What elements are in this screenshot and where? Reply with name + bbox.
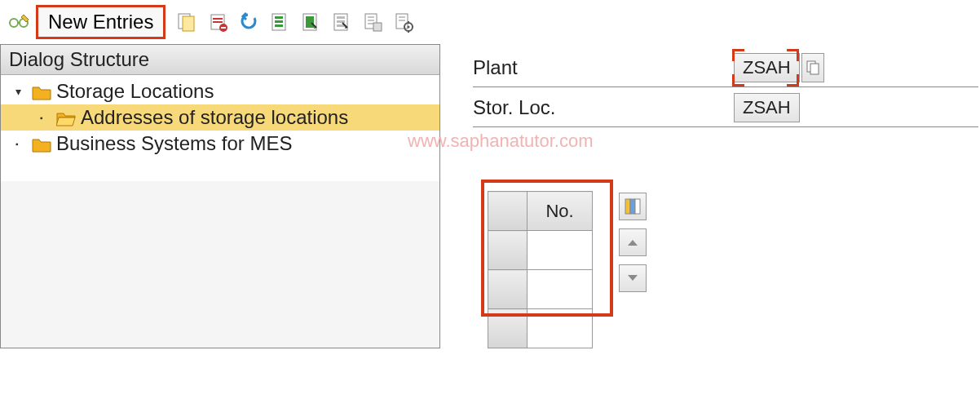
storloc-label: Stor. Loc. xyxy=(473,96,734,119)
tree-node-label: Business Systems for MES xyxy=(56,132,292,155)
delete-icon[interactable] xyxy=(205,9,231,35)
svg-rect-14 xyxy=(306,16,314,28)
cell-no[interactable] xyxy=(528,270,593,309)
table-side-toolbar xyxy=(619,193,647,292)
svg-rect-6 xyxy=(213,21,223,23)
svg-rect-24 xyxy=(396,14,408,29)
tree-node-addresses[interactable]: ▪ Addresses of storage locations xyxy=(1,104,439,131)
tree-node-mes[interactable]: ▪ Business Systems for MES xyxy=(1,131,439,157)
cell-no[interactable] xyxy=(528,231,593,270)
table-row[interactable] xyxy=(488,270,593,309)
select-block-icon[interactable] xyxy=(298,9,324,35)
watermark-text: www.saphanatutor.com xyxy=(408,131,978,152)
copy-as-icon[interactable] xyxy=(174,9,200,35)
folder-icon xyxy=(32,135,51,152)
svg-rect-32 xyxy=(810,64,819,74)
storloc-row: Stor. Loc. ZSAH xyxy=(473,89,978,126)
tree-node-label: Storage Locations xyxy=(56,80,214,103)
svg-point-0 xyxy=(10,19,18,27)
svg-rect-34 xyxy=(630,199,635,214)
svg-rect-5 xyxy=(213,18,223,20)
svg-rect-17 xyxy=(337,20,345,23)
cell-no[interactable] xyxy=(528,309,593,348)
configure-columns-icon[interactable] xyxy=(619,193,647,220)
f4-help-icon[interactable] xyxy=(801,53,824,82)
folder-open-icon xyxy=(56,109,76,126)
main-area: Dialog Structure ▾ Storage Locations ▪ A… xyxy=(0,44,980,348)
svg-rect-35 xyxy=(635,199,640,214)
address-table: No. xyxy=(488,191,593,348)
table-row[interactable] xyxy=(488,309,593,348)
right-panel: Plant ZSAH Stor. Loc. ZSAH www.saphanatu… xyxy=(440,44,978,348)
expander-icon[interactable]: ▾ xyxy=(15,85,27,98)
plant-row: Plant ZSAH xyxy=(473,49,978,86)
expander-icon[interactable]: ▪ xyxy=(40,113,51,122)
svg-rect-33 xyxy=(625,199,630,214)
svg-rect-16 xyxy=(337,16,345,19)
undo-icon[interactable] xyxy=(236,9,262,35)
expander-icon[interactable]: ▪ xyxy=(15,140,27,149)
storloc-value[interactable]: ZSAH xyxy=(734,93,800,122)
scroll-up-icon[interactable] xyxy=(619,228,647,256)
dialog-structure-panel: Dialog Structure ▾ Storage Locations ▪ A… xyxy=(0,44,440,348)
new-entries-button[interactable]: New Entries xyxy=(36,5,166,39)
svg-rect-11 xyxy=(275,20,283,23)
svg-point-28 xyxy=(408,26,410,29)
svg-rect-3 xyxy=(183,16,194,31)
column-header-no[interactable]: No. xyxy=(528,192,593,231)
config-icon[interactable] xyxy=(360,9,386,35)
address-table-area: No. xyxy=(488,191,978,348)
folder-icon xyxy=(32,83,51,100)
separator xyxy=(473,86,978,87)
svg-rect-12 xyxy=(275,24,283,27)
svg-rect-8 xyxy=(221,27,226,29)
select-all-column[interactable] xyxy=(488,192,528,231)
deselect-all-icon[interactable] xyxy=(329,9,355,35)
table-row[interactable] xyxy=(488,231,593,270)
toolbar: New Entries xyxy=(0,0,980,44)
scroll-down-icon[interactable] xyxy=(619,264,647,292)
plant-value[interactable]: ZSAH xyxy=(734,53,800,82)
separator xyxy=(473,126,978,127)
print-icon[interactable] xyxy=(391,9,417,35)
svg-rect-10 xyxy=(275,16,283,19)
plant-label: Plant xyxy=(473,56,734,79)
svg-rect-23 xyxy=(373,23,382,31)
tree-node-storage-locations[interactable]: ▾ Storage Locations xyxy=(1,78,439,104)
display-change-icon[interactable] xyxy=(7,10,31,34)
tree-node-label: Addresses of storage locations xyxy=(81,106,348,129)
select-all-icon[interactable] xyxy=(267,9,293,35)
tree: ▾ Storage Locations ▪ Addresses of stora… xyxy=(1,75,439,181)
dialog-structure-title: Dialog Structure xyxy=(1,45,439,75)
